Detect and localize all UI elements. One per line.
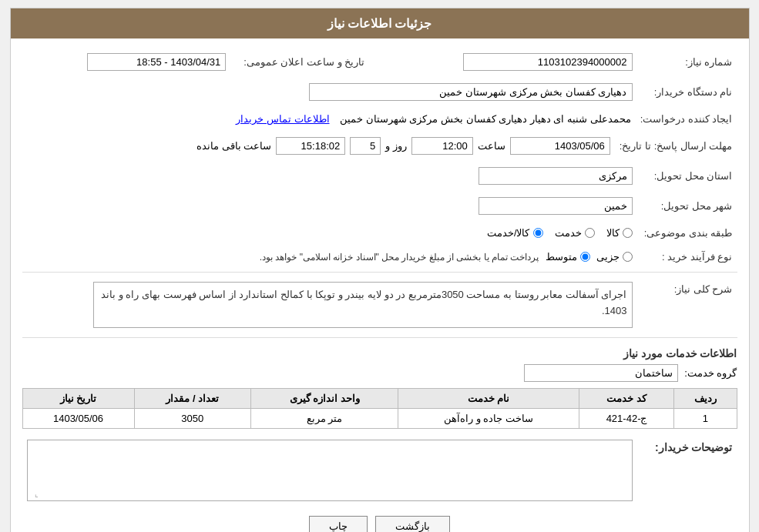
cell-unit: متر مربع: [251, 409, 398, 429]
response-days: 5: [350, 137, 381, 155]
process-note: پرداخت تمام یا بخشی از مبلغ خریدار محل "…: [260, 252, 539, 263]
services-table: ردیف کد خدمت نام خدمت واحد اندازه گیری ت…: [22, 388, 737, 429]
col-unit: واحد اندازه گیری: [251, 389, 398, 409]
response-date: 1403/05/06: [510, 137, 610, 155]
process-label: نوع فرآیند خرید :: [637, 248, 737, 266]
col-date: تاریخ نیاز: [22, 389, 134, 409]
announce-date-value: 1403/04/31 - 18:55: [87, 53, 226, 71]
announce-date-label: تاریخ و ساعت اعلان عمومی:: [230, 50, 369, 74]
category-service-label: خدمت: [555, 227, 582, 239]
service-group-label: گروه خدمت:: [684, 367, 737, 379]
response-day-label: روز و: [385, 140, 407, 152]
creator-label: ایجاد کننده درخواست:: [636, 110, 737, 128]
category-service-item: خدمت: [555, 227, 595, 239]
category-kala-radio[interactable]: [623, 228, 633, 238]
cell-row: 1: [674, 409, 737, 429]
description-value: اجرای آسفالت معابر روستا به مساحت 3050مت…: [93, 282, 633, 328]
description-label: شرح کلی نیاز:: [637, 279, 737, 331]
cell-name: ساخت جاده و راه‌آهن: [398, 409, 579, 429]
print-button[interactable]: چاپ: [309, 516, 368, 532]
buyer-notes-label: توضیحات خریدار:: [655, 441, 733, 453]
contact-link[interactable]: اطلاعات تماس خریدار: [236, 113, 329, 125]
buyer-org-value: دهیاری کفسان بخش مرکزی شهرستان خمین: [309, 83, 633, 101]
category-both-radio[interactable]: [533, 228, 543, 238]
province-value: مرکزی: [479, 167, 633, 185]
remaining-time-label: ساعت باقی مانده: [196, 140, 271, 152]
city-value: خمین: [479, 197, 633, 215]
resize-handle[interactable]: ⌞: [29, 490, 39, 499]
process-medium-item: متوسط: [546, 251, 590, 263]
need-number-value: 1103102394000002: [463, 53, 633, 71]
col-name: نام خدمت: [398, 389, 579, 409]
remaining-time: 15:18:02: [276, 137, 345, 155]
category-kala-label: کالا: [606, 227, 620, 239]
buyer-notes-area[interactable]: ⌞: [27, 440, 633, 501]
response-deadline-label: مهلت ارسال پاسخ: تا تاریخ:: [615, 134, 737, 158]
cell-date: 1403/05/06: [22, 409, 134, 429]
cell-qty: 3050: [134, 409, 251, 429]
process-partial-radio[interactable]: [623, 252, 633, 262]
province-label: استان محل تحویل:: [637, 164, 737, 188]
creator-value: محمدعلی شنبه ای دهیار دهیاری کفسان بخش م…: [340, 113, 631, 125]
page-title: جزئیات اطلاعات نیاز: [11, 8, 749, 38]
category-label: طبقه بندی موضوعی:: [637, 224, 737, 242]
need-number-label: شماره نیاز:: [637, 50, 737, 74]
process-partial-label: جزیی: [596, 251, 620, 263]
response-time: 12:00: [411, 137, 473, 155]
process-medium-radio[interactable]: [580, 252, 590, 262]
category-kala-item: کالا: [606, 227, 633, 239]
col-qty: تعداد / مقدار: [134, 389, 251, 409]
buyer-org-label: نام دستگاه خریدار:: [637, 80, 737, 104]
services-info-title: اطلاعات خدمات مورد نیاز: [22, 347, 737, 360]
col-row: ردیف: [674, 389, 737, 409]
city-label: شهر محل تحویل:: [637, 194, 737, 218]
col-code: کد خدمت: [579, 389, 673, 409]
table-row: 1 ج-42-421 ساخت جاده و راه‌آهن متر مربع …: [22, 409, 737, 429]
category-both-label: کالا/خدمت: [487, 227, 530, 239]
cell-code: ج-42-421: [579, 409, 673, 429]
category-service-radio[interactable]: [585, 228, 595, 238]
service-group-value: ساختمان: [524, 364, 678, 382]
category-both-item: کالا/خدمت: [487, 227, 543, 239]
back-button[interactable]: بازگشت: [375, 516, 450, 532]
process-medium-label: متوسط: [546, 251, 577, 263]
response-time-label: ساعت: [478, 140, 505, 152]
process-partial-item: جزیی: [596, 251, 633, 263]
